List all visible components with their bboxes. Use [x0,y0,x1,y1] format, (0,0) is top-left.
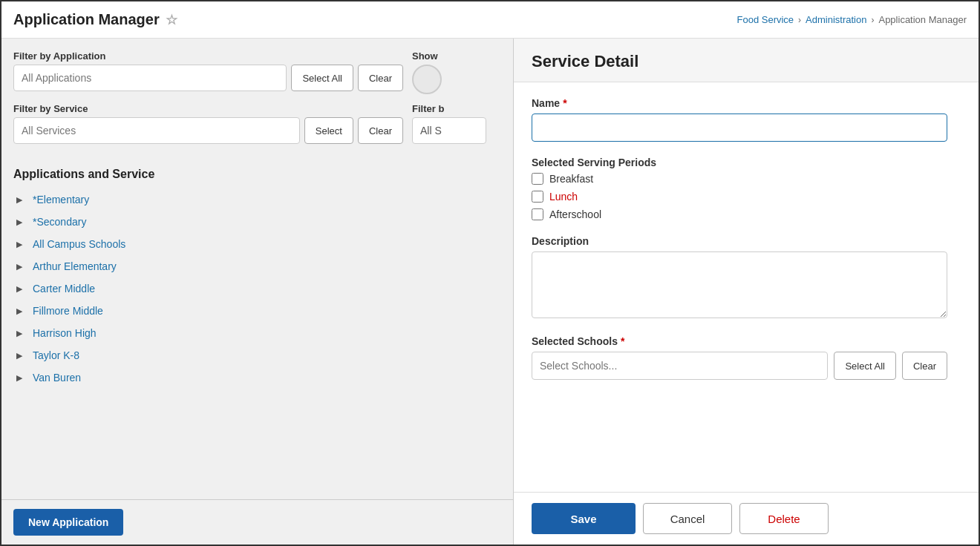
filter-application-label: Filter by Application [13,50,403,62]
right-panel: Service Detail Name * Selected Serving P… [514,39,979,545]
app-item-label: *Secondary [33,216,86,228]
filter-b-section: Filter b All S [412,103,501,144]
arrow-icon: ▶ [16,240,25,249]
checkbox-label: Afterschool [549,208,601,220]
serving-periods-field: Selected Serving Periods BreakfastLunchA… [532,157,961,220]
select-service-button[interactable]: Select [304,117,353,144]
filter-service-controls: Select Clear [13,117,403,144]
checkbox-group: BreakfastLunchAfterschool [532,173,961,220]
checkbox-input[interactable] [532,191,543,203]
filter-service-input[interactable] [13,117,300,144]
filter-application-left: Filter by Application Select All Clear [13,50,403,91]
list-item[interactable]: ▶Carter Middle [13,277,501,300]
main-content: Filter by Application Select All Clear S… [1,39,979,545]
list-item[interactable]: ▶All Campus Schools [13,233,501,255]
service-detail-title: Service Detail [532,52,961,71]
list-item[interactable]: ▶Harrison High [13,322,501,344]
app-item-label: Harrison High [33,327,97,339]
name-input[interactable] [532,114,947,142]
select-all-schools-button[interactable]: Select All [834,352,895,380]
arrow-icon: ▶ [16,306,25,316]
checkbox-label: Lunch [549,191,578,203]
filter-application-row: Filter by Application Select All Clear S… [13,50,501,94]
checkbox-label: Breakfast [549,173,593,185]
checkbox-item[interactable]: Breakfast [532,173,961,185]
app-item-label: All Campus Schools [33,238,125,250]
bottom-bar: New Application [1,499,513,545]
list-item[interactable]: ▶Van Buren [13,366,501,389]
service-footer: Save Cancel Delete [514,492,979,545]
breadcrumb-current: Application Manager [878,14,967,25]
app-item-label: Taylor K-8 [33,349,79,361]
arrow-icon: ▶ [16,217,25,227]
description-textarea[interactable] [532,251,947,318]
arrow-icon: ▶ [16,351,25,361]
breadcrumb: Food Service › Administration › Applicat… [737,14,967,25]
breadcrumb-food-service[interactable]: Food Service [737,14,794,25]
title-text: Application Manager [13,11,160,28]
save-button[interactable]: Save [532,503,636,534]
filter-application-controls: Select All Clear [13,65,403,91]
schools-input[interactable] [532,352,828,380]
description-label: Description [532,235,961,247]
list-item[interactable]: ▶Fillmore Middle [13,300,501,322]
show-label: Show [412,50,438,62]
serving-periods-label: Selected Serving Periods [532,157,961,168]
filter-application-input[interactable] [13,65,287,91]
breadcrumb-sep-1: › [798,15,801,25]
clear-service-button[interactable]: Clear [358,117,403,144]
name-required-star: * [563,97,566,109]
app-item-label: *Elementary [33,194,89,205]
list-item[interactable]: ▶Arthur Elementary [13,255,501,277]
checkbox-item[interactable]: Afterschool [532,208,961,220]
list-item[interactable]: ▶*Elementary [13,188,501,211]
star-icon[interactable]: ☆ [166,12,177,28]
name-label: Name * [532,97,961,109]
select-all-application-button[interactable]: Select All [291,65,353,91]
service-detail-body: Name * Selected Serving Periods Breakfas… [514,82,979,492]
show-section: Show [412,50,501,94]
app-list: ▶*Elementary▶*Secondary▶All Campus Schoo… [13,188,501,389]
arrow-icon: ▶ [16,195,25,205]
app-header: Application Manager ☆ Food Service › Adm… [1,1,979,39]
list-item[interactable]: ▶Taylor K-8 [13,344,501,366]
arrow-icon: ▶ [16,262,25,272]
filter-service-label: Filter by Service [13,103,403,114]
filter-service-left: Filter by Service Select Clear [13,103,403,144]
filter-b-label: Filter b [412,103,444,114]
checkbox-item[interactable]: Lunch [532,191,961,203]
apps-section: Applications and Service ▶*Elementary▶*S… [1,159,513,499]
checkbox-input[interactable] [532,173,543,185]
clear-schools-button[interactable]: Clear [902,352,947,380]
description-field: Description [532,235,961,320]
arrow-icon: ▶ [16,329,25,338]
list-item[interactable]: ▶*Secondary [13,211,501,233]
cancel-button[interactable]: Cancel [643,503,732,534]
apps-section-title: Applications and Service [13,168,501,181]
delete-button[interactable]: Delete [739,503,829,534]
filter-area: Filter by Application Select All Clear S… [1,39,513,159]
page-title: Application Manager ☆ [13,11,177,28]
app-item-label: Arthur Elementary [33,260,117,272]
schools-label: Selected Schools * [532,335,961,347]
selected-schools-field: Selected Schools * Select All Clear [532,335,961,380]
app-item-label: Fillmore Middle [33,305,103,317]
app-item-label: Van Buren [33,372,81,384]
name-field: Name * [532,97,961,142]
breadcrumb-sep-2: › [871,15,874,25]
filter-service-row: Filter by Service Select Clear Filter b … [13,103,501,144]
schools-row: Select All Clear [532,352,947,380]
app-item-label: Carter Middle [33,283,95,295]
schools-required-star: * [621,335,624,347]
arrow-icon: ▶ [16,284,25,294]
checkbox-input[interactable] [532,208,543,220]
service-detail-header: Service Detail [514,39,979,82]
filter-b-value: All S [412,117,486,144]
clear-application-button[interactable]: Clear [358,65,403,91]
show-toggle[interactable] [412,65,442,94]
breadcrumb-administration[interactable]: Administration [806,14,866,25]
arrow-icon: ▶ [16,373,25,383]
left-panel: Filter by Application Select All Clear S… [1,39,514,545]
new-application-button[interactable]: New Application [13,509,123,536]
